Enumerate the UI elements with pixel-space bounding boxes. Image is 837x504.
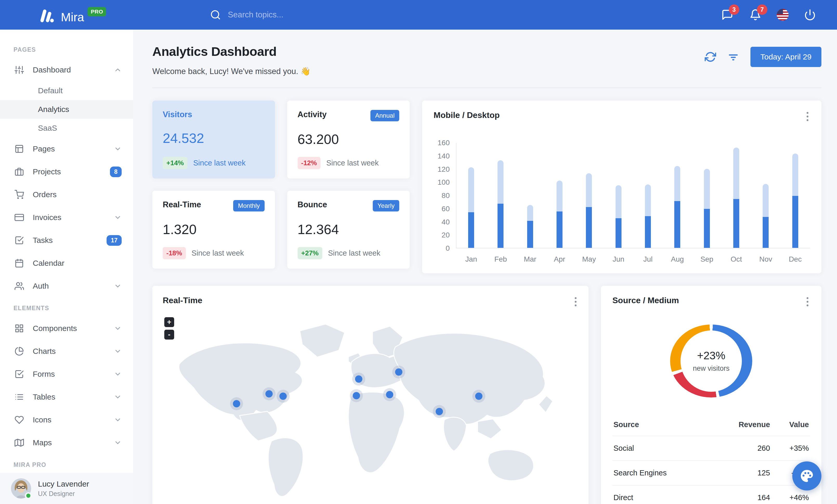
chevron-down-icon [114, 213, 122, 221]
bar-mobile-segment [792, 196, 798, 248]
stat-delta-chip: +14% [163, 157, 188, 169]
search-bar [210, 10, 720, 20]
map-marker-1[interactable] [233, 400, 240, 407]
x-tick-label: Dec [781, 255, 810, 263]
today-button[interactable]: Today: April 29 [750, 47, 821, 67]
y-tick-label: 20 [442, 231, 450, 239]
source-menu-button[interactable] [805, 296, 810, 308]
bar-mobile-segment [586, 207, 592, 248]
map-marker-6[interactable] [395, 368, 403, 376]
sidebar-item-label: Dashboard [33, 66, 114, 74]
sidebar-item-tasks[interactable]: Tasks17 [0, 229, 133, 252]
stat-card-visitors: Visitors24.532+14%Since last week [152, 100, 275, 179]
bar-mobile-segment [616, 218, 622, 248]
stat-card-bounce: BounceYearly12.364+27%Since last week [287, 191, 410, 268]
sidebar-section-label: Mira Pro [0, 454, 133, 473]
bar-mobile-segment [468, 212, 474, 248]
user-role: UX Designer [38, 490, 89, 498]
sidebar-item-forms[interactable]: Forms [0, 363, 133, 386]
map-marker-2[interactable] [265, 390, 273, 397]
sidebar-item-icons[interactable]: Icons [0, 408, 133, 431]
cart-icon [15, 190, 24, 199]
sidebar-item-pages[interactable]: Pages [0, 137, 133, 160]
sidebar-item-label: Projects [33, 167, 110, 176]
chevron-down-icon [114, 416, 122, 424]
revenue-cell: 164 [711, 485, 771, 504]
bar-desktop-segment [586, 173, 592, 207]
stat-delta-chip: +27% [298, 247, 322, 259]
sidebar-item-label: Calendar [33, 259, 122, 267]
sidebar-item-label: Tasks [33, 236, 107, 245]
map-marker-3[interactable] [280, 393, 287, 400]
notifications-button[interactable]: 7 [749, 8, 762, 22]
stat-period-badge[interactable]: Annual [370, 110, 399, 121]
filter-button[interactable] [728, 51, 739, 62]
chevron-down-icon [114, 145, 122, 153]
sidebar-item-components[interactable]: Components [0, 317, 133, 340]
bar-oct [722, 143, 751, 248]
bar-desktop-segment [468, 167, 474, 212]
chart-y-axis: 020406080100120140160 [433, 143, 456, 248]
sidebar-subitem-default[interactable]: Default [0, 81, 133, 100]
refresh-icon [705, 51, 716, 62]
theme-builder-button[interactable] [792, 461, 821, 490]
stat-period-badge[interactable]: Yearly [373, 200, 399, 211]
chevron-down-icon [114, 439, 122, 447]
source-donut-chart: +23% new visitors [670, 324, 752, 397]
search-icon [210, 10, 221, 20]
source-medium-card: Source / Medium +23% new visitors Source… [601, 286, 821, 504]
map-zoom-out-button[interactable]: - [164, 330, 174, 339]
stat-title: Activity [298, 110, 327, 119]
sidebar-item-label: Orders [33, 190, 122, 199]
x-tick-label: Aug [663, 255, 692, 263]
map-zoom-in-button[interactable]: + [164, 317, 174, 327]
source-table-row: Search Engines125-12% [612, 461, 810, 485]
brand[interactable]: Mira PRO [39, 5, 106, 24]
map-icon [15, 438, 24, 447]
bar-desktop-segment [527, 205, 533, 221]
sidebar-item-charts[interactable]: Charts [0, 340, 133, 363]
sidebar-item-label: Tables [33, 393, 114, 402]
messages-button[interactable]: 3 [720, 8, 734, 22]
bar-dec [781, 143, 810, 248]
sign-out-button[interactable] [803, 8, 817, 22]
top-navbar: Mira PRO 3 7 [0, 0, 837, 30]
stat-note: Since last week [328, 249, 380, 258]
sidebar-item-auth[interactable]: Auth [0, 275, 133, 297]
sidebar-item-orders[interactable]: Orders [0, 183, 133, 206]
sidebar-user[interactable]: Lucy Lavender UX Designer [0, 473, 133, 504]
map-marker-4[interactable] [355, 375, 362, 383]
map-marker-9[interactable] [475, 393, 482, 400]
map-marker-7[interactable] [386, 391, 393, 398]
y-tick-label: 60 [442, 205, 450, 213]
x-tick-label: Feb [486, 255, 515, 263]
sidebar-item-maps[interactable]: Maps [0, 431, 133, 454]
source-cell: Direct [612, 485, 711, 504]
pro-badge: PRO [88, 7, 106, 16]
sidebar-subitem-saas[interactable]: SaaS [0, 119, 133, 137]
sidebar-item-tables[interactable]: Tables [0, 386, 133, 408]
sidebar-item-projects[interactable]: Projects8 [0, 160, 133, 183]
palette-icon [800, 469, 814, 483]
stat-period-badge[interactable]: Monthly [233, 200, 264, 211]
language-flag-us[interactable] [777, 9, 789, 21]
mobile-desktop-chart-card: Mobile / Desktop 020406080100120140160 J… [422, 100, 821, 273]
refresh-button[interactable] [705, 51, 716, 62]
map-menu-button[interactable] [573, 296, 578, 308]
chart-menu-button[interactable] [805, 110, 810, 123]
chevron-down-icon [114, 393, 122, 401]
search-input[interactable] [228, 10, 410, 19]
map-marker-8[interactable] [436, 408, 443, 415]
map-marker-5[interactable] [353, 392, 360, 399]
donut-center-label: new visitors [693, 365, 729, 373]
sidebar-badge: 17 [107, 235, 122, 246]
sidebar-subitem-analytics[interactable]: Analytics [0, 100, 133, 119]
check-square-icon [15, 369, 24, 379]
stat-value: 1.320 [163, 222, 265, 237]
chevron-up-icon [114, 66, 122, 74]
sidebar-item-invoices[interactable]: Invoices [0, 206, 133, 229]
stat-title: Bounce [298, 200, 327, 209]
stat-delta-chip: -12% [298, 157, 321, 169]
sidebar-item-dashboard[interactable]: Dashboard [0, 58, 133, 81]
sidebar-item-calendar[interactable]: Calendar [0, 252, 133, 275]
